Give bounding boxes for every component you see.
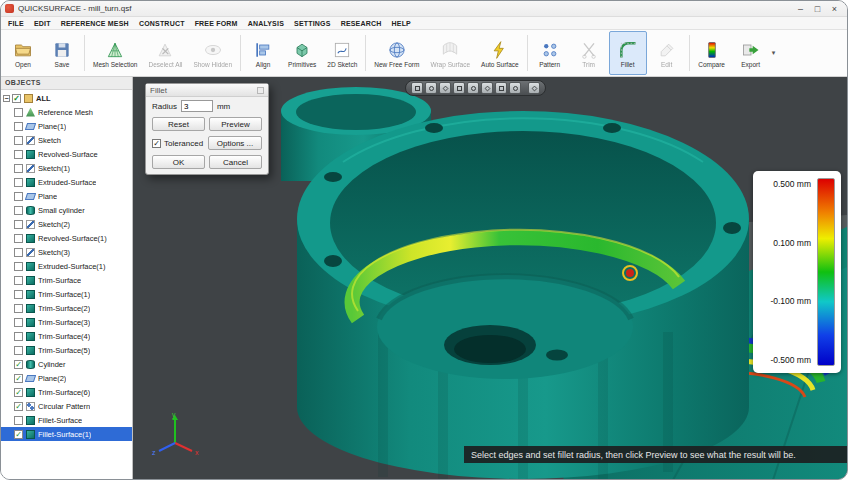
checkbox[interactable]: ✓ <box>14 360 23 369</box>
tree-item[interactable]: ✓Cylinder <box>1 357 132 371</box>
menu-item-construct[interactable]: CONSTRUCT <box>139 20 185 27</box>
menu-item-file[interactable]: FILE <box>8 20 24 27</box>
minimize-button[interactable]: – <box>792 2 809 16</box>
tree-item[interactable]: Extruded-Surface <box>1 175 132 189</box>
free-form-button[interactable]: New Free Form <box>369 31 424 75</box>
tree-item[interactable]: Sketch <box>1 133 132 147</box>
view-select-button[interactable] <box>411 82 423 94</box>
tree-item[interactable]: Sketch(3) <box>1 245 132 259</box>
checkbox[interactable]: ✓ <box>14 402 23 411</box>
checkbox[interactable] <box>14 150 23 159</box>
reset-button[interactable]: Reset <box>152 117 205 131</box>
tree-item[interactable]: Extruded-Surface(1) <box>1 259 132 273</box>
checkbox[interactable]: ✓ <box>12 94 21 103</box>
tree-item[interactable]: Trim-Surface(5) <box>1 343 132 357</box>
tree-item[interactable]: Reference Mesh <box>1 105 132 119</box>
view-zoom-fit-button[interactable] <box>467 82 479 94</box>
checkbox[interactable] <box>14 220 23 229</box>
open-button[interactable]: Open <box>4 31 42 75</box>
tree-item[interactable]: Trim-Surface(4) <box>1 329 132 343</box>
tree-root-all[interactable]: −✓ALL <box>1 91 132 105</box>
maximize-button[interactable]: □ <box>809 2 826 16</box>
primitives-button[interactable]: Primitives <box>283 31 321 75</box>
tree-item[interactable]: Fillet-Surface <box>1 413 132 427</box>
tree-item[interactable]: Sketch(2) <box>1 217 132 231</box>
edit-button[interactable]: Edit <box>648 31 686 75</box>
trim-button[interactable]: Trim <box>570 31 608 75</box>
checkbox[interactable] <box>14 318 23 327</box>
chevron-down-icon[interactable]: ▾ <box>772 49 776 57</box>
checkbox[interactable] <box>14 206 23 215</box>
fillet-button[interactable]: Fillet <box>609 31 647 75</box>
checkbox[interactable]: ✓ <box>14 430 23 439</box>
dialog-close-button[interactable] <box>257 87 264 94</box>
tree-item[interactable]: Small cylinder <box>1 203 132 217</box>
checkbox[interactable] <box>14 164 23 173</box>
tree-item[interactable]: Plane <box>1 189 132 203</box>
menu-item-help[interactable]: HELP <box>392 20 411 27</box>
tree-item[interactable]: ✓Plane(2) <box>1 371 132 385</box>
checkbox[interactable] <box>14 262 23 271</box>
compare-button[interactable]: Compare <box>693 31 731 75</box>
collapse-icon[interactable]: − <box>3 95 10 102</box>
cancel-button[interactable]: Cancel <box>209 155 262 169</box>
menu-item-research[interactable]: RESEARCH <box>341 20 382 27</box>
tree-item[interactable]: Trim-Surface(3) <box>1 315 132 329</box>
view-wireframe-button[interactable] <box>509 82 521 94</box>
menu-item-settings[interactable]: SETTINGS <box>294 20 331 27</box>
deselect-all-button[interactable]: Deselect All <box>143 31 187 75</box>
tree-item[interactable]: Revolved-Surface(1) <box>1 231 132 245</box>
tree-item[interactable]: ✓Trim-Surface(6) <box>1 385 132 399</box>
checkbox[interactable] <box>14 416 23 425</box>
show-hidden-button[interactable]: Show Hidden <box>188 31 237 75</box>
menu-item-analysis[interactable]: ANALYSIS <box>248 20 284 27</box>
view-front-view-button[interactable] <box>481 82 493 94</box>
options-button[interactable]: Options ... <box>208 136 262 150</box>
fillet-dialog-titlebar[interactable]: Fillet <box>146 84 268 97</box>
sketch-2d-button[interactable]: 2D Sketch <box>322 31 362 75</box>
checkbox[interactable] <box>14 346 23 355</box>
preview-button[interactable]: Preview <box>209 117 262 131</box>
tree-item[interactable]: Sketch(1) <box>1 161 132 175</box>
save-button[interactable]: Save <box>43 31 81 75</box>
tree-item[interactable]: Trim-Surface(2) <box>1 301 132 315</box>
export-button[interactable]: Export <box>732 31 770 75</box>
tree-item[interactable]: Revolved-Surface <box>1 147 132 161</box>
view-pan-button[interactable] <box>439 82 451 94</box>
mesh-selection-button[interactable]: Mesh Selection <box>88 31 142 75</box>
checkbox[interactable] <box>14 290 23 299</box>
viewport[interactable]: Fillet Radius mm Reset Preview ✓ Toleran… <box>133 77 847 479</box>
tree-item[interactable]: ✓Circular Pattern <box>1 399 132 413</box>
tree-item[interactable]: Trim-Surface(1) <box>1 287 132 301</box>
checkbox[interactable] <box>14 332 23 341</box>
checkbox[interactable] <box>14 304 23 313</box>
checkbox[interactable] <box>14 136 23 145</box>
checkbox[interactable] <box>14 108 23 117</box>
align-button[interactable]: Align <box>244 31 282 75</box>
menu-item-reference-mesh[interactable]: REFERENCE MESH <box>61 20 129 27</box>
checkbox[interactable] <box>14 248 23 257</box>
menu-item-edit[interactable]: EDIT <box>34 20 51 27</box>
wrap-surface-button[interactable]: Wrap Surface <box>425 31 475 75</box>
checkbox[interactable] <box>14 122 23 131</box>
menu-item-free-form[interactable]: FREE FORM <box>195 20 238 27</box>
pattern-button[interactable]: Pattern <box>531 31 569 75</box>
auto-surface-button[interactable]: Auto Surface <box>476 31 524 75</box>
view-zoom-button[interactable] <box>453 82 465 94</box>
title-bar[interactable]: QUICKSURFACE - mill_turn.qsf – □ × <box>1 1 847 17</box>
view-iso-view-button[interactable] <box>495 82 507 94</box>
close-button[interactable]: × <box>826 2 843 16</box>
checkbox[interactable] <box>14 178 23 187</box>
toleranced-checkbox[interactable]: ✓ Toleranced <box>152 139 204 148</box>
view-rotate-button[interactable] <box>425 82 437 94</box>
checkbox[interactable] <box>14 276 23 285</box>
ok-button[interactable]: OK <box>152 155 205 169</box>
checkbox[interactable] <box>14 192 23 201</box>
tree-item[interactable]: ✓Fillet-Surface(1) <box>1 427 132 441</box>
tree-item[interactable]: Trim-Surface <box>1 273 132 287</box>
view-settings-button[interactable] <box>528 82 540 94</box>
checkbox[interactable]: ✓ <box>14 374 23 383</box>
checkbox[interactable] <box>14 234 23 243</box>
tree-item[interactable]: Plane(1) <box>1 119 132 133</box>
radius-input[interactable] <box>181 100 213 112</box>
